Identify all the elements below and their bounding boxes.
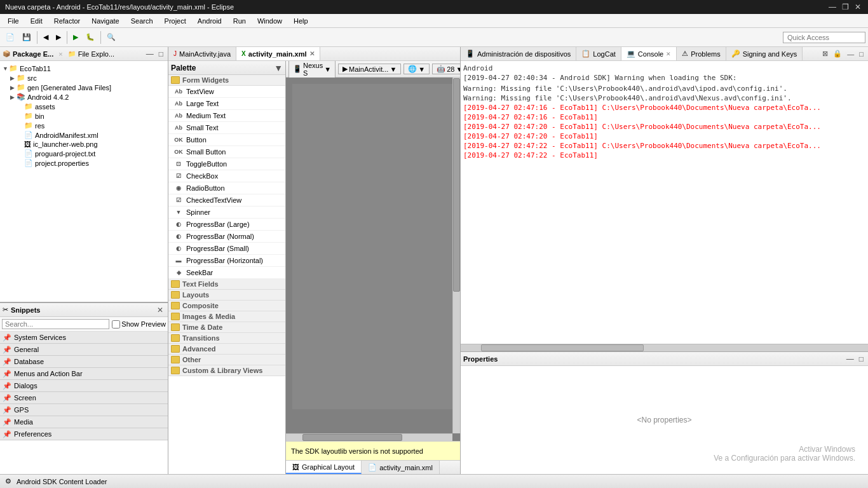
palette-item[interactable]: ◉RadioButton [168, 182, 285, 194]
console-hscroll[interactable] [461, 344, 868, 351]
menu-refactor[interactable]: Refactor [49, 16, 86, 26]
snippet-category[interactable]: 📌Media [0, 416, 168, 428]
minimize-properties-btn[interactable]: — [844, 354, 856, 364]
close-console-btn[interactable]: ✕ [666, 51, 671, 57]
tab-console[interactable]: 💻 Console ✕ [621, 47, 677, 60]
tree-item[interactable]: 📄AndroidManifest.xml [0, 130, 168, 140]
tree-item[interactable]: ▶📚Android 4.4.2 [0, 92, 168, 102]
tab-graphical-layout[interactable]: 🖼 Graphical Layout [286, 461, 362, 474]
tab-logcat[interactable]: 📋 LogCat [576, 47, 621, 60]
palette-item[interactable]: ◐ProgressBar (Small) [168, 243, 285, 255]
palette-section-header[interactable]: Composite [168, 301, 285, 311]
palette-section-header[interactable]: Custom & Library Views [168, 365, 285, 376]
palette-section-header[interactable]: Time & Date [168, 322, 285, 333]
device-picker-btn[interactable]: 📱 Nexus S ▼ [288, 61, 336, 78]
tab-activity-xml[interactable]: X activity_main.xml ✕ [236, 47, 320, 60]
minimize-button[interactable]: — [827, 2, 837, 12]
tree-item[interactable]: 🖼ic_launcher-web.png [0, 140, 168, 149]
console-hscroll-thumb[interactable] [481, 344, 644, 351]
toolbar-forward[interactable]: ▶ [53, 31, 64, 43]
snippet-category[interactable]: 📌Dialogs [0, 380, 168, 392]
palette-item[interactable]: AbMedium Text [168, 110, 285, 122]
menu-file[interactable]: File [3, 16, 24, 26]
palette-item[interactable]: ▼Spinner [168, 207, 285, 219]
palette-section-header[interactable]: Images & Media [168, 311, 285, 322]
menu-edit[interactable]: Edit [25, 16, 48, 26]
tree-item[interactable]: ▶📁gen [Generated Java Files] [0, 83, 168, 92]
snippet-category[interactable]: 📌Menus and Action Bar [0, 368, 168, 380]
toolbar-new[interactable]: 📄 [3, 31, 18, 43]
tab-xml-source[interactable]: 📄 activity_main.xml [362, 461, 440, 474]
snippet-category[interactable]: 📌Screen [0, 392, 168, 404]
close-button[interactable]: ✕ [853, 2, 863, 12]
preview-vscroll-thumb[interactable] [453, 78, 460, 292]
snippet-category[interactable]: 📌GPS [0, 404, 168, 416]
palette-item[interactable]: OKSmall Button [168, 146, 285, 158]
palette-item[interactable]: ▬ProgressBar (Horizontal) [168, 255, 285, 267]
menu-search[interactable]: Search [126, 16, 158, 26]
show-preview-checkbox[interactable] [112, 320, 120, 329]
palette-item[interactable]: AbLarge Text [168, 98, 285, 110]
palette-item[interactable]: ◈SeekBar [168, 267, 285, 279]
snippet-category[interactable]: 📌Database [0, 356, 168, 368]
tree-item[interactable]: ▼📁EcoTab11 [0, 64, 168, 73]
tree-item[interactable]: 📁res [0, 121, 168, 130]
palette-item[interactable]: ☑CheckedTextView [168, 194, 285, 207]
toolbar-back[interactable]: ◀ [40, 31, 51, 43]
tree-item[interactable]: ▶📁src [0, 73, 168, 83]
palette-expand-btn[interactable]: ▼ [274, 63, 283, 73]
snippet-search-input[interactable] [2, 319, 109, 329]
palette-section-header[interactable]: Text Fields [168, 279, 285, 290]
palette-section-header[interactable]: Form Widgets [168, 75, 285, 86]
menu-navigate[interactable]: Navigate [86, 16, 124, 26]
menu-project[interactable]: Project [159, 16, 191, 26]
toolbar-run[interactable]: ▶ [70, 31, 81, 43]
tab-main-activity[interactable]: J MainActivity.java [168, 47, 236, 60]
palette-section-header[interactable]: Transitions [168, 333, 285, 344]
minimize-panel-btn[interactable]: — [144, 49, 156, 59]
palette-item[interactable]: AbSmall Text [168, 122, 285, 134]
maximize-properties-btn[interactable]: □ [857, 354, 865, 364]
tree-item[interactable]: 📄proguard-project.txt [0, 149, 168, 158]
palette-section-header[interactable]: Other [168, 355, 285, 365]
close-tab-btn[interactable]: ✕ [309, 50, 315, 57]
preview-hscroll[interactable] [286, 433, 452, 441]
tab-admin-dispositivos[interactable]: 📱 Administración de dispositivos [461, 47, 576, 60]
quick-access-input[interactable] [783, 32, 865, 43]
console-scroll-lock-btn[interactable]: 🔒 [831, 49, 844, 58]
api-btn[interactable]: 🤖 28 ▼ [432, 64, 460, 74]
maximize-panel-btn[interactable]: □ [157, 49, 165, 59]
snippet-category[interactable]: 📌General [0, 344, 168, 356]
console-minimize-btn[interactable]: — [845, 50, 856, 58]
palette-section-header[interactable]: Advanced [168, 344, 285, 355]
toolbar-save[interactable]: 💾 [19, 31, 34, 43]
console-clear-btn[interactable]: ⊠ [820, 49, 830, 58]
palette-item[interactable]: ◐ProgressBar (Normal) [168, 231, 285, 243]
locale-btn[interactable]: 🌐 ▼ [403, 64, 430, 74]
menu-help[interactable]: Help [288, 16, 313, 26]
palette-item[interactable]: ⊡ToggleButton [168, 158, 285, 170]
menu-window[interactable]: Window [252, 16, 287, 26]
palette-section-header[interactable]: Layouts [168, 290, 285, 301]
toolbar-search[interactable]: 🔍 [104, 31, 119, 43]
tree-item[interactable]: 📄project.properties [0, 158, 168, 168]
toolbar-debug[interactable]: 🐛 [83, 31, 98, 43]
tree-item[interactable]: 📁bin [0, 111, 168, 121]
snippet-category[interactable]: 📌Preferences [0, 428, 168, 440]
maximize-button[interactable]: ❐ [840, 2, 850, 12]
tree-item[interactable]: 📁assets [0, 102, 168, 111]
tab-signing-keys[interactable]: 🔑 Signing and Keys [726, 47, 803, 60]
console-maximize-btn[interactable]: □ [857, 50, 865, 58]
preview-vscroll[interactable] [452, 78, 460, 433]
palette-item[interactable]: AbTextView [168, 86, 285, 98]
menu-android[interactable]: Android [193, 16, 227, 26]
palette-item[interactable]: ☑CheckBox [168, 170, 285, 182]
palette-item[interactable]: ◐ProgressBar (Large) [168, 219, 285, 231]
palette-item[interactable]: OKButton [168, 134, 285, 146]
snippet-category[interactable]: 📌System Services [0, 332, 168, 344]
tab-problems[interactable]: ⚠ Problems [677, 47, 726, 60]
close-snippets-btn[interactable]: ✕ [155, 305, 165, 315]
menu-run[interactable]: Run [228, 16, 251, 26]
preview-hscroll-thumb[interactable] [302, 434, 402, 441]
activity-picker-btn[interactable]: ▶ MainActivit... ▼ [338, 64, 401, 74]
